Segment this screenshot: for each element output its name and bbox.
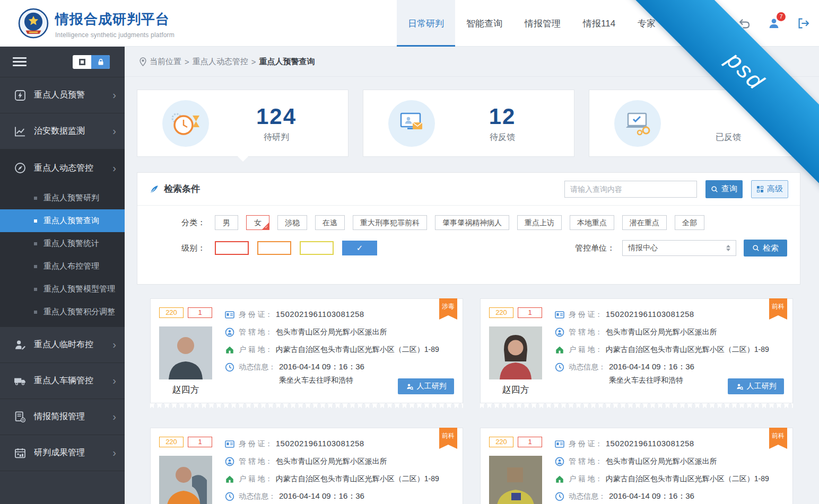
jurisdiction-value: 包头市青山区分局光辉小区派出所 bbox=[606, 457, 717, 466]
manual-review-button[interactable]: 人工研判 bbox=[398, 378, 454, 394]
residence-row: 户 籍 地： 内蒙古自治区包头市青山区光辉小区（二区）1-89 bbox=[225, 474, 455, 484]
category-petitioner[interactable]: 重点上访 bbox=[517, 215, 562, 230]
category-fugitive[interactable]: 在逃 bbox=[315, 215, 345, 230]
id-row: 身 份 证： 1502021961103081258 bbox=[225, 310, 455, 320]
sidebar-subitem-model-management[interactable]: 重点人预警模型管理 bbox=[0, 278, 125, 300]
sidebar-item-vehicle-control[interactable]: 重点人车辆管控 › bbox=[0, 363, 125, 399]
breadcrumb-current: 重点人预警查询 bbox=[259, 57, 315, 67]
compass-icon bbox=[14, 162, 27, 174]
sidebar-subitem-label: 重点人布控管理 bbox=[43, 261, 99, 271]
level-orange-box[interactable] bbox=[257, 241, 291, 255]
dynamic-time: 2016-04-14 09：16：36 bbox=[279, 362, 364, 372]
manual-review-button[interactable]: 人工研判 bbox=[728, 378, 784, 394]
dynamic-time: 2016-04-14 09：16：36 bbox=[279, 491, 364, 501]
sidebar-subitem-label: 重点人预警研判 bbox=[43, 193, 99, 203]
category-major-crime[interactable]: 重大刑事犯罪前科 bbox=[353, 215, 427, 230]
id-label: 身 份 证： bbox=[569, 439, 603, 449]
toggle-grid-icon bbox=[73, 55, 91, 69]
stat-card-pending-feedback[interactable]: 12 待反馈 bbox=[363, 90, 574, 157]
sidebar-item-personnel-warning[interactable]: 重点人员预警 › bbox=[0, 77, 125, 113]
feather-pen-icon bbox=[149, 184, 160, 194]
category-all[interactable]: 全部 bbox=[675, 215, 704, 230]
tab-intel-114[interactable]: 情报114 bbox=[572, 0, 626, 47]
search-button[interactable]: 检索 bbox=[744, 240, 787, 257]
sidebar-subitem-label: 重点人预警查询 bbox=[43, 216, 99, 226]
score-badge: 220 bbox=[489, 437, 513, 447]
police-badge-logo bbox=[18, 8, 49, 39]
line-chart-icon bbox=[14, 125, 27, 138]
person-card-wrap: 220 1 前科 赵四方 身 份 证： 1502021961103081258 bbox=[480, 428, 793, 504]
person-photo bbox=[159, 326, 212, 379]
person-search-icon bbox=[736, 383, 744, 391]
residence-label: 户 籍 地： bbox=[569, 474, 603, 484]
category-local-key[interactable]: 本地重点 bbox=[570, 215, 614, 230]
level-box-list: ✓ bbox=[215, 241, 377, 255]
house-icon bbox=[225, 474, 234, 484]
person-card: 220 1 前科 赵四方 身 份 证： 1502021961103081258 bbox=[480, 428, 793, 504]
level-yellow-box[interactable] bbox=[300, 241, 334, 255]
dynamic-info-block: 2016-04-14 09：16：36 乘坐火车去往呼和浩特 bbox=[609, 491, 694, 504]
sidebar-lock-toggle[interactable] bbox=[73, 55, 110, 69]
result-card-grid: 220 1 涉毒 赵四方 身 份 证： 1502021961103081258 bbox=[150, 298, 793, 504]
category-female[interactable]: 女 bbox=[246, 215, 269, 230]
logout-icon[interactable] bbox=[797, 16, 811, 30]
sidebar-item-temp-control[interactable]: 重点人临时布控 › bbox=[0, 327, 125, 363]
tab-intel-management[interactable]: 情报管理 bbox=[513, 0, 572, 47]
advanced-button[interactable]: 高级 bbox=[751, 180, 788, 198]
sidebar-subitem-score-adjust[interactable]: 重点人预警积分调整 bbox=[0, 300, 125, 323]
sidebar-subitem-warning-query[interactable]: 重点人预警查询 bbox=[0, 209, 125, 232]
category-male[interactable]: 男 bbox=[215, 215, 238, 230]
clock-icon bbox=[555, 362, 564, 372]
category-label: 分类： bbox=[171, 218, 205, 228]
bullet-icon bbox=[34, 219, 37, 223]
unit-filter-group: 管控单位： 情报中心 检索 bbox=[575, 240, 787, 257]
sidebar: 重点人员预警 › 治安数据监测 › 重点人动态管控 › 重点人预警研判 重点人预… bbox=[0, 47, 125, 504]
menu-collapse-icon[interactable] bbox=[13, 57, 27, 66]
jurisdiction-label: 管 辖 地： bbox=[569, 328, 603, 337]
breadcrumb-parent[interactable]: 重点人动态管控 bbox=[193, 57, 248, 67]
search-icon bbox=[711, 185, 718, 193]
sidebar-subitem-control-management[interactable]: 重点人布控管理 bbox=[0, 255, 125, 278]
sidebar-item-security-data[interactable]: 治安数据监测 › bbox=[0, 113, 125, 149]
score-badge: 220 bbox=[159, 307, 184, 318]
search-input[interactable] bbox=[564, 181, 697, 198]
lock-icon bbox=[91, 55, 110, 69]
id-card-icon bbox=[555, 310, 564, 320]
house-icon bbox=[555, 474, 564, 484]
sidebar-item-briefing-management[interactable]: 情报简报管理 › bbox=[0, 399, 125, 435]
manual-review-label: 人工研判 bbox=[417, 382, 447, 391]
badge-group: 220 1 bbox=[159, 307, 212, 318]
sidebar-subitem-warning-stats[interactable]: 重点人预警统计 bbox=[0, 232, 125, 255]
clock-icon bbox=[555, 492, 564, 501]
unit-select[interactable]: 情报中心 bbox=[622, 240, 736, 256]
jurisdiction-row: 管 辖 地： 包头市青山区分局光辉小区派出所 bbox=[555, 456, 785, 466]
sidebar-item-results-management[interactable]: 研判成果管理 › bbox=[0, 435, 125, 471]
level-red-box[interactable] bbox=[215, 241, 249, 255]
sidebar-item-label: 情报简报管理 bbox=[34, 411, 112, 422]
dynamic-desc: 乘坐火车去往呼和浩特 bbox=[279, 376, 364, 385]
tab-daily-research[interactable]: 日常研判 bbox=[397, 0, 455, 47]
advanced-grid-icon bbox=[756, 185, 764, 193]
jurisdiction-value: 包头市青山区分局光辉小区派出所 bbox=[276, 328, 387, 337]
tab-smart-query[interactable]: 智能查询 bbox=[455, 0, 513, 47]
stat-card-pending-research[interactable]: 124 待研判 bbox=[137, 90, 348, 157]
sidebar-item-label: 研判成果管理 bbox=[34, 447, 112, 458]
category-mental-illness[interactable]: 肇事肇祸精神病人 bbox=[435, 215, 509, 230]
badge-group: 220 1 bbox=[159, 437, 212, 447]
sidebar-subitem-warning-research[interactable]: 重点人预警研判 bbox=[0, 187, 125, 209]
sidebar-item-dynamic-control[interactable]: 重点人动态管控 › bbox=[0, 149, 125, 187]
badge-group: 220 1 bbox=[489, 307, 542, 318]
card-zigzag-edge bbox=[150, 403, 463, 409]
user-notifications-icon[interactable]: 7 bbox=[767, 16, 781, 30]
residence-label: 户 籍 地： bbox=[239, 474, 273, 484]
query-button[interactable]: 查询 bbox=[705, 180, 743, 198]
stats-row: 124 待研判 12 待反馈 已反馈 bbox=[137, 90, 800, 157]
id-value: 1502021961103081258 bbox=[276, 310, 364, 319]
category-stability[interactable]: 涉稳 bbox=[277, 215, 307, 230]
bullet-icon bbox=[34, 311, 37, 314]
id-label: 身 份 证： bbox=[239, 310, 273, 320]
level-blue-box-selected[interactable]: ✓ bbox=[342, 241, 377, 255]
person-card: 220 1 前科 赵四方 身 份 证： 1502021961103081258 bbox=[150, 428, 463, 504]
category-potential-key[interactable]: 潜在重点 bbox=[622, 215, 667, 230]
person-card-wrap: 220 1 前科 赵四方 身 份 证： 1502021961103081258 bbox=[150, 428, 463, 504]
